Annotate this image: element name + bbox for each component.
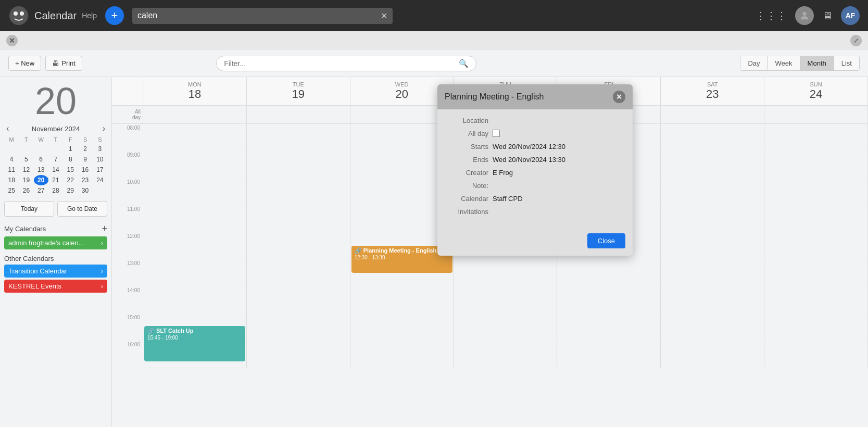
mini-cal-day [48, 144, 63, 154]
sidebar: 20 ‹ November 2024 › MTWTFSS 12345678910… [0, 77, 112, 427]
mini-cal-day[interactable]: 24 [93, 175, 107, 185]
mini-cal-day[interactable]: 26 [19, 185, 33, 196]
svg-point-1 [14, 11, 18, 16]
mini-cal-day[interactable]: 28 [48, 185, 63, 196]
mini-cal-day[interactable]: 6 [34, 154, 48, 165]
calendar-item-transition[interactable]: Transition Calendar › [4, 265, 107, 278]
mini-cal-day [34, 144, 48, 154]
event-popup: Planning Meeting - English ✕ Location Al… [437, 84, 633, 256]
mini-cal-day[interactable]: 4 [4, 154, 19, 165]
popup-allday-checkbox[interactable] [493, 130, 500, 137]
mini-cal-day [19, 144, 33, 154]
mini-cal-day[interactable]: 19 [19, 175, 33, 185]
popup-footer: Close [437, 228, 633, 256]
corner-cell [112, 77, 143, 104]
calendar-item-kestrel[interactable]: KESTREL Events › [4, 280, 107, 293]
search-clear-icon[interactable]: ✕ [381, 11, 387, 21]
add-calendar-button[interactable]: + [102, 224, 107, 233]
filter-input[interactable] [224, 59, 455, 68]
popup-allday-label: All day [447, 130, 488, 137]
day-col-6[interactable] [764, 124, 868, 368]
mini-cal-day[interactable]: 10 [93, 154, 107, 165]
monitor-icon[interactable]: 🖥 [822, 10, 833, 22]
mini-cal-day[interactable]: 1 [63, 144, 78, 154]
mini-cal-day[interactable]: 20 [34, 175, 48, 185]
day-header-tue: Tue 19 [247, 77, 350, 105]
allday-tue[interactable] [247, 106, 350, 123]
popup-starts-row: Starts Wed 20/Nov/2024 12:30 [447, 143, 623, 150]
popup-starts-label: Starts [447, 143, 488, 150]
calendar-item-admin[interactable]: admin frogtrade's calen... › [4, 236, 107, 249]
grid-icon[interactable]: ⋮⋮⋮ [756, 9, 787, 22]
day-col-1[interactable] [247, 124, 350, 368]
popup-invitations-row: Invitations [447, 208, 623, 216]
popup-invitations-label: Invitations [447, 208, 488, 216]
allday-label: Allday [112, 106, 143, 123]
day-col-0[interactable]: 🔗 SLT Catch Up15:45 - 19:00 [143, 124, 247, 368]
allday-sat[interactable] [661, 106, 764, 123]
mini-cal-day[interactable]: 29 [63, 185, 78, 196]
filter-bar: 🔍 [216, 56, 476, 71]
popup-note-label: Note: [447, 182, 488, 190]
mini-cal-day[interactable]: 16 [78, 165, 92, 175]
mini-cal-day[interactable]: 22 [63, 175, 78, 185]
day-col-5[interactable] [661, 124, 764, 368]
calendar-name-transition: Transition Calendar [8, 267, 67, 275]
prev-month-arrow[interactable]: ‹ [6, 124, 9, 133]
view-list-button[interactable]: List [834, 56, 859, 70]
mini-cal-day[interactable]: 13 [34, 165, 48, 175]
popup-creator-value: E Frog [493, 169, 513, 177]
mini-cal-day[interactable]: 14 [48, 165, 63, 175]
mini-cal-day[interactable]: 21 [48, 175, 63, 185]
other-calendars-label: Other Calendars [4, 255, 107, 262]
mini-cal-day[interactable]: 5 [19, 154, 33, 165]
view-month-button[interactable]: Month [800, 56, 834, 70]
mini-cal-day[interactable]: 2 [78, 144, 92, 154]
mini-cal-day[interactable]: 11 [4, 165, 19, 175]
mini-cal-day[interactable]: 18 [4, 175, 19, 185]
mini-cal-day[interactable]: 27 [34, 185, 48, 196]
account-circle[interactable] [795, 6, 814, 25]
day-header-sun: Sun 24 [764, 77, 868, 105]
view-day-button[interactable]: Day [740, 56, 768, 70]
next-month-arrow[interactable]: › [103, 124, 105, 133]
close-button[interactable]: ✕ [6, 35, 18, 46]
top-navigation: Calendar Help + ✕ ⋮⋮⋮ 🖥 AF [0, 0, 868, 31]
mini-cal-day[interactable]: 25 [4, 185, 19, 196]
today-button[interactable]: Today [4, 201, 54, 217]
allday-mon[interactable] [143, 106, 247, 123]
print-button[interactable]: 🖶 Print [45, 56, 82, 71]
mini-cal-day[interactable]: 15 [63, 165, 78, 175]
my-calendars-section: My Calendars + [4, 224, 107, 233]
mini-cal-day[interactable]: 7 [48, 154, 63, 165]
view-week-button[interactable]: Week [768, 56, 800, 70]
add-button[interactable]: + [105, 6, 124, 25]
mini-cal-day[interactable]: 30 [78, 185, 92, 196]
user-avatar[interactable]: AF [841, 6, 860, 25]
mini-cal-day [4, 144, 19, 154]
mini-cal-day[interactable]: 12 [19, 165, 33, 175]
mini-cal-day[interactable]: 9 [78, 154, 92, 165]
calendar-name-admin: admin frogtrade's calen... [8, 239, 84, 247]
search-input[interactable] [137, 11, 376, 20]
event-slt-catchup[interactable]: 🔗 SLT Catch Up15:45 - 19:00 [144, 326, 245, 361]
mini-cal-day[interactable]: 17 [93, 165, 107, 175]
app-title: Calendar [34, 10, 77, 22]
mini-cal-day[interactable]: 8 [63, 154, 78, 165]
popup-close-btn[interactable]: Close [587, 233, 625, 248]
popup-note-row: Note: [447, 182, 623, 190]
goto-date-button[interactable]: Go to Date [57, 201, 107, 217]
popup-starts-value: Wed 20/Nov/2024 12:30 [493, 143, 565, 150]
maximize-button[interactable]: ⤢ [850, 35, 862, 46]
mini-cal-day[interactable]: 3 [93, 144, 107, 154]
mini-cal-day[interactable]: 23 [78, 175, 92, 185]
popup-calendar-value: Staff CPD [493, 195, 523, 203]
allday-sun[interactable] [764, 106, 868, 123]
toolbar: + New 🖶 Print 🔍 Day Week Month List [0, 50, 868, 77]
help-link[interactable]: Help [82, 11, 97, 20]
popup-ends-row: Ends Wed 20/Nov/2024 13:30 [447, 156, 623, 164]
popup-location-label: Location [447, 117, 488, 124]
new-button[interactable]: + New [8, 56, 41, 71]
popup-close-button[interactable]: ✕ [613, 91, 625, 103]
second-bar: ✕ ⤢ [0, 31, 868, 50]
